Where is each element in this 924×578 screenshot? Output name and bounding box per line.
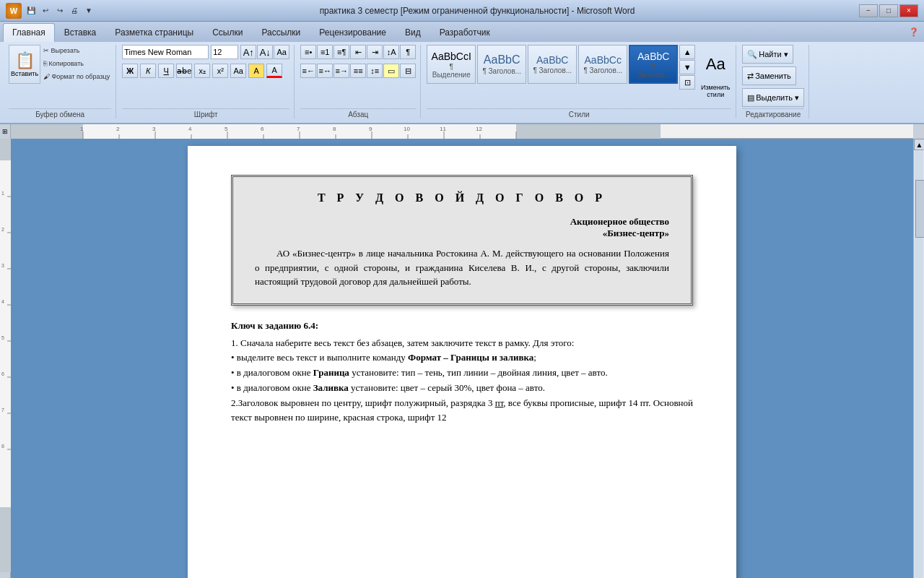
- paste-icon: 📋: [15, 51, 35, 70]
- scrollbar-track[interactable]: [915, 151, 923, 578]
- ruler-left-corner: ⊞: [0, 124, 11, 139]
- font-size-buttons: A↑ A↓ Aa: [240, 45, 289, 59]
- bullet-list-button[interactable]: ≡•: [300, 45, 316, 59]
- select-button[interactable]: ▤ Выделить ▾: [742, 88, 804, 107]
- ruler-main[interactable]: 1 2 3 4 5 6 7 8 9 10 11 12: [11, 124, 913, 139]
- key-title: Ключ к заданию 6.4:: [231, 320, 693, 332]
- scrollbar-thumb[interactable]: [915, 180, 924, 238]
- save-quick-btn[interactable]: 💾: [25, 4, 38, 17]
- clipboard-group-content: 📋 Вставить ✂ Вырезать ⎘ Копировать 🖌 Фор…: [9, 45, 111, 107]
- right-scrollbar[interactable]: ▲ ▼: [913, 139, 924, 578]
- align-right-button[interactable]: ≡→: [334, 64, 349, 78]
- style-heading4-button[interactable]: AaBbC ¶ Заголов...: [629, 45, 678, 84]
- document-page: Т Р У Д О В О Й Д О Г О В О Р Акционерно…: [188, 146, 736, 578]
- font-name-input[interactable]: [122, 45, 209, 59]
- scrollbar-up-btn[interactable]: ▲: [914, 139, 924, 150]
- italic-button[interactable]: К: [140, 64, 156, 78]
- cut-button[interactable]: ✂ Вырезать: [42, 45, 111, 56]
- svg-text:7: 7: [1, 407, 4, 413]
- shading-button[interactable]: ▭: [383, 64, 399, 78]
- format-painter-button[interactable]: 🖌 Формат по образцу: [42, 71, 111, 82]
- font-size-input[interactable]: [211, 45, 238, 59]
- change-case-button[interactable]: Aa: [230, 64, 246, 78]
- svg-text:3: 3: [152, 126, 156, 132]
- tab-insert[interactable]: Вставка: [55, 23, 106, 42]
- redo-quick-btn[interactable]: ↪: [53, 4, 66, 17]
- ribbon-help-btn[interactable]: ❓: [907, 22, 921, 42]
- close-button[interactable]: ×: [899, 4, 918, 17]
- text-highlight-button[interactable]: A: [248, 64, 264, 78]
- copy-button[interactable]: ⎘ Копировать: [42, 58, 111, 69]
- style-heading1-button[interactable]: AaBbC ¶ Заголов...: [477, 45, 526, 84]
- align-center-button[interactable]: ≡↔: [317, 64, 333, 78]
- undo-quick-btn[interactable]: ↩: [39, 4, 52, 17]
- tab-view[interactable]: Вид: [396, 23, 430, 42]
- style-scroll-up-btn[interactable]: ▲: [679, 45, 695, 59]
- key-section: Ключ к заданию 6.4: 1. Сначала наберите …: [231, 320, 693, 426]
- minimize-button[interactable]: −: [859, 4, 878, 17]
- superscript-button[interactable]: x²: [212, 64, 228, 78]
- svg-text:1: 1: [80, 126, 84, 132]
- styles-grid: AaBbCcI ¶ Выделение AaBbC ¶ Заголов... A…: [427, 45, 731, 107]
- underline-button[interactable]: Ч: [158, 64, 174, 78]
- font-size-increase-btn[interactable]: A↑: [240, 45, 256, 59]
- document-right-header: Акционерное общество «Бизнес-центр»: [255, 216, 669, 239]
- numbered-list-button[interactable]: ≡1: [317, 45, 333, 59]
- tab-mailings[interactable]: Рассылки: [252, 23, 310, 42]
- change-styles-button[interactable]: Аа: [699, 45, 731, 84]
- show-marks-button[interactable]: ¶: [400, 45, 416, 59]
- strikethrough-button[interactable]: a̶b̶e: [176, 64, 192, 78]
- paragraph-group-label: Абзац: [300, 108, 416, 118]
- key-line-5: 2.Заголовок выровнен по центру, шрифт по…: [231, 396, 693, 426]
- tab-references[interactable]: Ссылки: [203, 23, 252, 42]
- style-highlight-label: ¶ Выделение: [432, 63, 471, 79]
- line-spacing-button[interactable]: ↕≡: [367, 64, 383, 78]
- style-heading3-button[interactable]: AaBbCc ¶ Заголов...: [578, 45, 627, 84]
- tab-review[interactable]: Рецензирование: [310, 23, 396, 42]
- scroll-area[interactable]: Т Р У Д О В О Й Д О Г О В О Р Акционерно…: [11, 139, 913, 578]
- title-bar-left: W 💾 ↩ ↪ 🖨 ▼: [6, 3, 95, 19]
- justify-button[interactable]: ≡≡: [350, 64, 366, 78]
- bold-button[interactable]: Ж: [122, 64, 138, 78]
- styles-group-label: Стили: [427, 108, 731, 118]
- decrease-indent-button[interactable]: ⇤: [350, 45, 366, 59]
- office-logo-icon[interactable]: W: [6, 3, 22, 19]
- increase-indent-button[interactable]: ⇥: [367, 45, 383, 59]
- subscript-button[interactable]: x₂: [194, 64, 210, 78]
- style-heading2-label: ¶ Заголов...: [533, 66, 572, 74]
- document-title: Т Р У Д О В О Й Д О Г О В О Р: [255, 191, 669, 204]
- svg-text:12: 12: [476, 126, 482, 132]
- borders-button[interactable]: ⊟: [400, 64, 416, 78]
- print-quick-btn[interactable]: 🖨: [68, 4, 81, 17]
- svg-text:6: 6: [1, 371, 4, 376]
- font-size-decrease-btn[interactable]: A↓: [257, 45, 273, 59]
- svg-text:5: 5: [225, 126, 228, 132]
- font-color-button[interactable]: A: [266, 64, 282, 78]
- clear-format-btn[interactable]: Aa: [274, 45, 289, 59]
- paste-button[interactable]: 📋 Вставить: [9, 45, 40, 84]
- tab-page-layout[interactable]: Разметка страницы: [105, 23, 203, 42]
- ruler-right: [913, 124, 924, 139]
- customize-quick-btn[interactable]: ▼: [82, 4, 95, 17]
- tab-home[interactable]: Главная: [3, 23, 55, 42]
- left-ruler-svg: 1 2 3 4 5 6 7 8: [0, 139, 11, 572]
- main-editing-area: 1 2 3 4 5 6 7 8 Т Р У Д О В О Й Д О Г О …: [0, 139, 924, 578]
- style-highlight-button[interactable]: AaBbCcI ¶ Выделение: [427, 45, 476, 84]
- style-more-btn[interactable]: ⊡: [679, 75, 695, 90]
- tab-developer[interactable]: Разработчик: [430, 23, 500, 42]
- style-heading2-button[interactable]: AaBbC ¶ Заголов...: [528, 45, 577, 84]
- replace-button[interactable]: ⇄ Заменить: [742, 66, 796, 85]
- change-styles-label: Изменить стили: [699, 84, 731, 98]
- align-left-button[interactable]: ≡←: [300, 64, 316, 78]
- style-heading4-label: ¶ Заголов...: [635, 63, 672, 79]
- maximize-button[interactable]: □: [879, 4, 898, 17]
- paste-label: Вставить: [11, 70, 38, 77]
- multilevel-list-button[interactable]: ≡¶: [334, 45, 349, 59]
- style-scroll-down-btn[interactable]: ▼: [679, 60, 695, 74]
- style-heading3-label: ¶ Заголов...: [583, 66, 622, 74]
- sort-button[interactable]: ↕A: [383, 45, 399, 59]
- svg-text:5: 5: [1, 335, 4, 340]
- clipboard-small-buttons: ✂ Вырезать ⎘ Копировать 🖌 Формат по обра…: [42, 45, 111, 82]
- find-button[interactable]: 🔍 Найти ▾: [742, 45, 793, 64]
- quick-access-toolbar: 💾 ↩ ↪ 🖨 ▼: [25, 4, 95, 17]
